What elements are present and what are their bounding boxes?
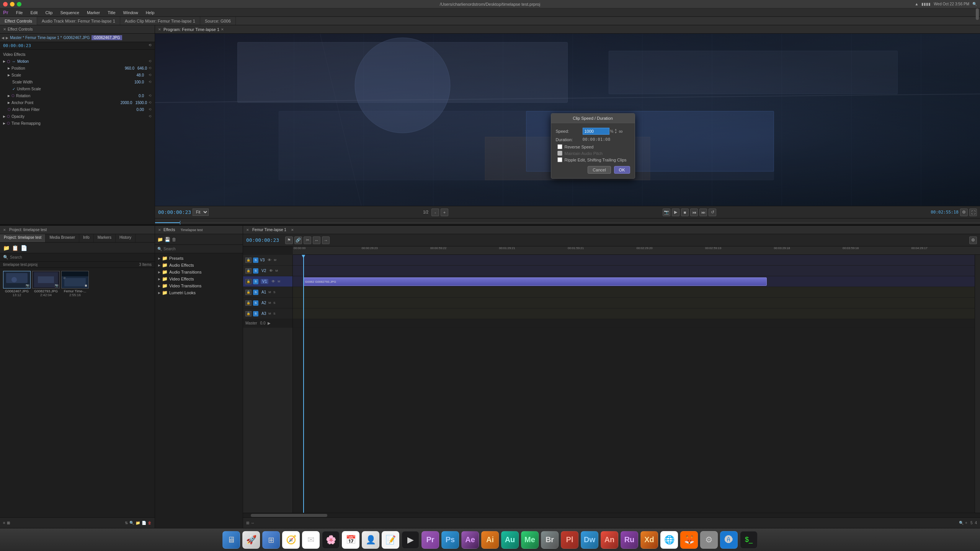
effects-folder-video[interactable]: ▶ 📁 Video Effects — [155, 276, 243, 282]
menu-file[interactable]: File — [13, 10, 26, 16]
tab-info[interactable]: Info — [79, 234, 94, 242]
project-search-input[interactable] — [10, 255, 152, 259]
dock-app-store[interactable]: 🅐 — [720, 531, 738, 549]
timeline-scrollbar-h-thumb[interactable] — [251, 514, 327, 517]
clip-thumb-3[interactable]: ⏱ ⏹ Femur Time-... 2:55:16 — [61, 271, 89, 297]
export-frame-btn[interactable]: 📷 — [663, 209, 670, 216]
timeline-scrollbar-h[interactable] — [243, 513, 980, 517]
project-icon-new[interactable]: 📄 — [21, 245, 27, 251]
menu-title[interactable]: Title — [105, 10, 118, 16]
clip-img-1[interactable]: 📷 — [3, 271, 31, 289]
motion-reset[interactable]: ⟲ — [149, 59, 152, 63]
clip-thumb-2[interactable]: 📷 G0082793.JPG 2:42:04 — [32, 271, 60, 297]
grid-view-btn[interactable]: ⊞ — [7, 521, 10, 525]
clip-img-2[interactable]: 📷 — [32, 271, 60, 289]
new-item-btn[interactable]: 📄 — [142, 521, 146, 525]
uniform-scale-check[interactable]: ✓ — [12, 87, 15, 91]
seq-tb-2[interactable]: ↔ — [251, 521, 255, 525]
speed-spinner[interactable]: ▲▼ — [614, 128, 617, 134]
dock-calendar[interactable]: 📅 — [342, 531, 359, 549]
dock-sys-prefs[interactable]: ⚙ — [700, 531, 718, 549]
step-fwd-btn[interactable]: ⏭ — [699, 209, 707, 216]
timeline-scrollbar-v[interactable] — [975, 255, 980, 513]
anchor-y[interactable]: 1500.0 — [135, 101, 147, 105]
seq-razor[interactable]: ✂ — [304, 236, 311, 244]
a2-track-content[interactable] — [293, 298, 975, 308]
dock-dreamweaver[interactable]: Dw — [581, 531, 598, 549]
effects-folder-lumetri[interactable]: ▶ 📁 Lumetri Looks — [155, 289, 243, 296]
effects-folder-audio-trans[interactable]: ▶ 📁 Audio Transitions — [155, 269, 243, 276]
clip-name-link[interactable]: G0062467.JPG — [64, 36, 90, 40]
a1-lock[interactable]: 🔒 — [245, 290, 252, 295]
a1-m[interactable]: M — [268, 290, 271, 294]
dock-xd[interactable]: Xd — [640, 531, 658, 549]
loop-btn[interactable]: ↺ — [709, 209, 716, 216]
rotation-value[interactable]: 0.0 — [139, 94, 144, 98]
v1-track-content[interactable]: G0062 G0082793.JPG — [293, 276, 975, 287]
tab-effect-controls[interactable]: Effect Controls — [0, 17, 37, 25]
a3-s[interactable]: S — [273, 312, 275, 315]
stop-btn[interactable]: ■ — [681, 209, 689, 216]
anchor-x[interactable]: 2000.0 — [121, 101, 132, 105]
v3-lock[interactable]: 🔒 — [245, 258, 252, 263]
seq-track-select[interactable]: → — [322, 236, 330, 244]
menu-window[interactable]: Window — [120, 10, 141, 16]
sort-btn[interactable]: ⇅ — [125, 521, 128, 525]
seq-tb-search[interactable]: 🔍 — [959, 521, 964, 525]
anchor-reset[interactable]: ⟲ — [149, 101, 152, 104]
master-track-content[interactable] — [293, 319, 975, 328]
rotation-reset[interactable]: ⟲ — [149, 94, 152, 98]
cancel-button[interactable]: Cancel — [588, 166, 611, 174]
tab-media-browser[interactable]: Media Browser — [46, 234, 79, 242]
dock-terminal[interactable]: $_ — [740, 531, 758, 549]
monitor-timecode[interactable]: 00:00:00:23 — [158, 209, 191, 215]
anti-flicker-value[interactable]: 0.00 — [137, 108, 144, 112]
dock-rush[interactable]: Ru — [621, 531, 638, 549]
a2-sync[interactable]: S — [253, 300, 258, 306]
menu-help[interactable]: Help — [143, 10, 158, 16]
maximize-button[interactable] — [17, 2, 21, 7]
a3-track-content[interactable] — [293, 308, 975, 319]
a2-m[interactable]: M — [268, 301, 271, 305]
v2-track-content[interactable] — [293, 266, 975, 276]
rotation-row[interactable]: ▶ ⬡ Rotation 0.0 ⟲ — [0, 92, 155, 99]
dock-prelude[interactable]: Pl — [561, 531, 578, 549]
anti-flicker-row[interactable]: ⬡ Anti-flicker Filter 0.00 ⟲ — [0, 106, 155, 113]
dock-firefox[interactable]: 🦊 — [680, 531, 698, 549]
monitor-close-icon[interactable]: ✕ — [158, 28, 161, 31]
sequence-tab-close[interactable]: ✕ — [291, 228, 294, 232]
play-pause-btn[interactable]: ▶ — [672, 209, 679, 216]
fit-dropdown[interactable]: Fit — [193, 209, 209, 216]
a2-lock[interactable]: 🔒 — [245, 300, 252, 306]
seq-link[interactable]: 🔗 — [294, 236, 302, 244]
new-custom-bin[interactable]: 📁 — [157, 237, 163, 242]
menu-sequence[interactable]: Sequence — [57, 10, 82, 16]
tab-source[interactable]: Source: G006 — [200, 17, 236, 25]
v2-lock[interactable]: 🔒 — [245, 268, 252, 274]
settings-btn[interactable]: ⚙ — [960, 209, 968, 216]
playhead[interactable] — [303, 255, 304, 513]
ok-button[interactable]: OK — [614, 166, 630, 174]
v3-eye[interactable]: 👁 — [268, 258, 271, 262]
dock-bridge[interactable]: Br — [541, 531, 559, 549]
dock-illustrator[interactable]: Ai — [481, 531, 499, 549]
position-reset[interactable]: ⟲ — [149, 66, 152, 70]
project-icon-folder[interactable]: 📁 — [3, 245, 10, 251]
close-button[interactable] — [3, 2, 8, 7]
monitor-scrubber[interactable] — [155, 218, 980, 224]
panel-close-icon[interactable]: ✕ — [3, 27, 6, 31]
scale-value[interactable]: 48.0 — [137, 73, 144, 77]
opacity-reset[interactable]: ⟲ — [149, 114, 152, 118]
scale-reset[interactable]: ⟲ — [149, 73, 152, 77]
reverse-speed-checkbox[interactable] — [557, 144, 562, 149]
seq-slip[interactable]: ↔ — [313, 236, 320, 244]
project-panel-close[interactable]: ✕ — [3, 228, 6, 232]
position-y[interactable]: 646.0 — [137, 66, 147, 70]
tab-markers[interactable]: Markers — [94, 234, 116, 242]
v1-mute[interactable]: M — [278, 280, 280, 283]
source-fwd-icon[interactable]: ▶ — [6, 36, 8, 40]
opacity-row[interactable]: ▶ ⬡ Opacity ⟲ — [0, 113, 155, 120]
scrubber-track[interactable] — [155, 222, 980, 223]
position-x[interactable]: 960.0 — [125, 66, 134, 70]
seq-tb-4[interactable]: 5 — [970, 521, 973, 525]
